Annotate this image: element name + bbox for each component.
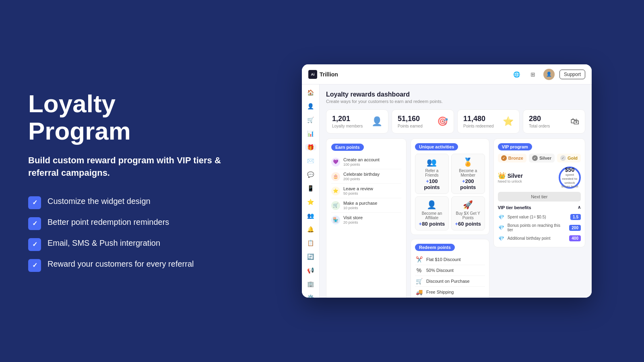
translate-icon[interactable]: 🌐 xyxy=(511,69,522,80)
redeem-icon: 🚚 xyxy=(415,289,423,295)
check-icon xyxy=(28,217,41,230)
stat-card: 51,160 Points earned 🎯 xyxy=(392,109,454,134)
vip-circle: $50 spentneeded to unlockSilver level xyxy=(559,167,581,189)
sidebar-analytics-icon[interactable]: 📊 xyxy=(305,130,316,137)
stat-number: 280 xyxy=(529,115,550,123)
redeem-icon: ✂️ xyxy=(415,256,423,263)
earn-item-icon: 🏪 xyxy=(331,216,340,224)
page-title: Loyalty rewards dashboard xyxy=(326,91,585,98)
earn-card-header: Earn points xyxy=(331,144,401,151)
redeem-item: % 50% Discount xyxy=(415,265,485,276)
stat-number: 1,201 xyxy=(332,115,363,123)
sidebar-settings-icon[interactable]: ⚙️ xyxy=(305,294,316,298)
benefit-row: 💎 Additional birthday point 400 xyxy=(498,234,581,243)
unique-badge: Unique activities xyxy=(415,143,458,150)
sidebar-whatsapp-icon[interactable]: 📱 xyxy=(305,185,316,191)
feature-item: Better point redemption reminders xyxy=(28,216,221,230)
sidebar-refresh-icon[interactable]: 🔄 xyxy=(305,253,316,260)
silver-tier-icon: ✓ xyxy=(532,155,538,161)
grid-icon[interactable]: ⊞ xyxy=(527,69,539,80)
activity-icon: 👥 xyxy=(419,157,445,167)
redeem-section: Redeem points ✂️ Flat $10 Discount % 50%… xyxy=(411,239,489,298)
check-icon xyxy=(28,259,41,272)
vip-tier-bronze[interactable]: ✓Bronze xyxy=(498,154,526,162)
right-column: VIP program ✓Bronze✓Silver✓Gold 👑 Silver… xyxy=(493,138,585,298)
vip-badge: VIP program xyxy=(498,143,532,150)
feature-item: Reward your customers for every referral xyxy=(28,258,221,272)
check-icon xyxy=(28,196,41,209)
feature-list: Customize the widget designBetter point … xyxy=(28,195,221,272)
stat-number: 11,480 xyxy=(463,115,494,123)
benefit-icon: 💎 xyxy=(498,236,505,241)
activities-section: Unique activities 👥 Refer a Friends +100… xyxy=(411,138,489,235)
stat-icon: 🛍 xyxy=(570,116,579,127)
activity-icon: 🚀 xyxy=(455,200,481,210)
stat-card: 11,480 Points redeemed ⭐ xyxy=(457,109,520,134)
sidebar: 🏠 👤 🛒 📊 🎁 ✉️ 💬 📱 ⭐ 👥 🔔 📋 🔄 📢 🏢 ⚙️ xyxy=(302,84,320,298)
activity-card: 👥 Refer a Friends +100 points xyxy=(415,154,449,194)
stats-row: 1,201 Loyalty members 👤 51,160 Points ea… xyxy=(326,109,585,134)
stat-card: 280 Total orders 🛍 xyxy=(523,109,585,134)
earn-item: 🎂 Celebrate birthday 200 points xyxy=(331,169,401,184)
logo-box: Ai xyxy=(308,70,317,79)
earn-item-icon: 🛒 xyxy=(331,201,340,210)
sidebar-bell-icon[interactable]: 🔔 xyxy=(305,226,316,232)
earn-item-icon: 🎂 xyxy=(331,172,340,181)
earn-items: 💜 Create an account 100 points 🎂 Celebra… xyxy=(331,155,401,227)
redeem-item: 🛒 Discount on Purchase xyxy=(415,276,485,287)
sidebar-cart-icon[interactable]: 🛒 xyxy=(305,117,316,123)
redeem-badge: Redeem points xyxy=(415,244,455,251)
redeem-icon: 🛒 xyxy=(415,278,423,284)
sidebar-megaphone-icon[interactable]: 📢 xyxy=(305,267,316,274)
sidebar-copy-icon[interactable]: 📋 xyxy=(305,240,316,246)
logo-area: Ai Trillion xyxy=(308,70,338,79)
stat-card: 1,201 Loyalty members 👤 xyxy=(326,109,388,134)
earn-item-icon: 💜 xyxy=(331,158,340,167)
topbar-icons: 🌐 ⊞ 👤 Support xyxy=(511,69,585,80)
sidebar-chat-icon[interactable]: 💬 xyxy=(305,171,316,178)
earn-item: 💜 Create an account 100 points xyxy=(331,155,401,169)
gold-tier-icon: ✓ xyxy=(560,155,566,161)
vip-unlock-text: Need to unlock xyxy=(498,179,523,183)
activity-grid: 👥 Refer a Friends +100 points 🏅 Become a… xyxy=(415,154,485,230)
sidebar-gift-icon[interactable]: 🎁 xyxy=(305,144,316,150)
vip-benefits-header: VIP tier benefits ∧ xyxy=(498,205,581,210)
stat-icon: ⭐ xyxy=(503,116,514,127)
subtitle: Build custom reward program with VIP tie… xyxy=(28,154,221,179)
vip-tier-silver[interactable]: ✓Silver xyxy=(529,154,555,162)
main-title: Loyalty Program xyxy=(28,90,221,145)
activity-icon: 👤 xyxy=(419,200,445,210)
earn-item: ⭐ Leave a review 50 points xyxy=(331,184,401,198)
earn-item-icon: ⭐ xyxy=(331,187,340,195)
sidebar-home-icon[interactable]: 🏠 xyxy=(305,89,316,96)
avatar[interactable]: 👤 xyxy=(543,69,555,80)
check-icon xyxy=(28,238,41,251)
earn-item: 🏪 Visit store 20 points xyxy=(331,213,401,227)
vip-tier-name: 👑 Silver xyxy=(498,172,523,179)
dashboard-window: Ai Trillion 🌐 ⊞ 👤 Support 🏠 👤 🛒 📊 🎁 ✉ xyxy=(302,64,592,298)
sidebar-team-icon[interactable]: 🏢 xyxy=(305,281,316,287)
redeem-items: ✂️ Flat $10 Discount % 50% Discount 🛒 Di… xyxy=(415,254,485,297)
sidebar-user-icon[interactable]: 👤 xyxy=(305,103,316,109)
page-subtitle: Create ways for your customers to earn a… xyxy=(326,99,585,104)
vip-section: VIP program ✓Bronze✓Silver✓Gold 👑 Silver… xyxy=(493,138,585,247)
vip-current: 👑 Silver Need to unlock xyxy=(498,172,523,183)
cards-row: Earn points 💜 Create an account 100 poin… xyxy=(326,138,585,298)
sidebar-group-icon[interactable]: 👥 xyxy=(305,212,316,219)
bronze-tier-icon: ✓ xyxy=(501,155,507,161)
stat-label: Points earned xyxy=(398,124,423,128)
brand-name: Trillion xyxy=(320,71,338,78)
vip-info-row: 👑 Silver Need to unlock $50 spentneeded … xyxy=(498,167,581,189)
redeem-icon: % xyxy=(415,267,423,274)
next-tier-button[interactable]: Next tier xyxy=(498,192,581,202)
stat-icon: 🎯 xyxy=(437,116,448,127)
earn-item: 🛒 Make a purchase 10 points xyxy=(331,198,401,213)
support-button[interactable]: Support xyxy=(559,70,585,79)
benefit-icon: 💎 xyxy=(498,214,505,220)
stat-label: Loyalty members xyxy=(332,124,363,128)
vip-tier-gold[interactable]: ✓Gold xyxy=(557,154,581,162)
sidebar-star-icon[interactable]: ⭐ xyxy=(305,199,316,205)
sidebar-email-icon[interactable]: ✉️ xyxy=(305,158,316,164)
stat-label: Points redeemed xyxy=(463,124,494,128)
redeem-item: ✂️ Flat $10 Discount xyxy=(415,254,485,265)
